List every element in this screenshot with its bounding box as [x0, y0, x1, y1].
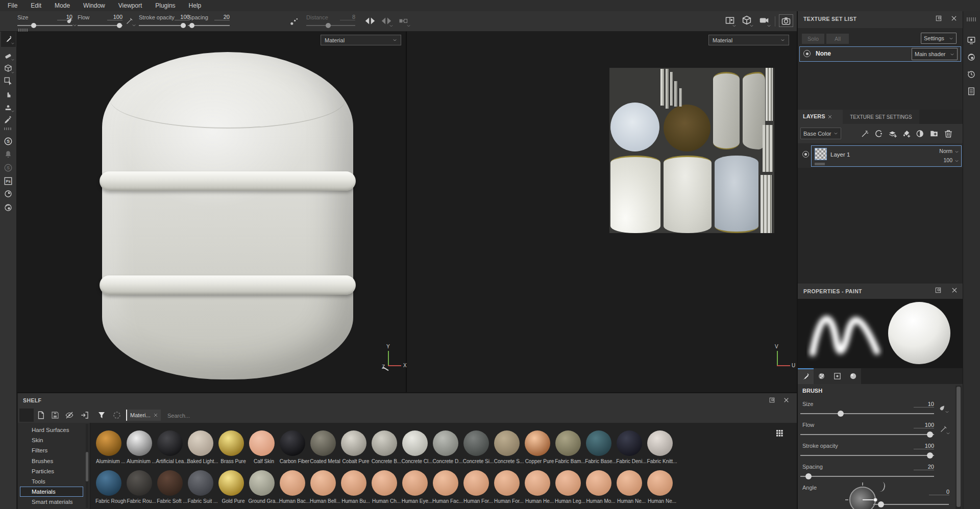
menu-edit[interactable]: Edit [24, 0, 48, 11]
material-swatch-concrete-b-r1[interactable]: Concrete B... [372, 428, 401, 468]
material-swatch-human-ne-r2[interactable]: Human Ne... [647, 468, 677, 507]
layer-blend-mode[interactable]: Norm [927, 148, 952, 154]
history-button[interactable] [967, 70, 976, 79]
chevron-down[interactable] [11, 70, 15, 74]
prop-slider-value-flow[interactable]: 100 [914, 422, 934, 428]
blend-mode-chevron[interactable] [954, 149, 959, 154]
substance-source-button[interactable]: S [4, 137, 13, 146]
add-folder-button[interactable] [929, 129, 939, 138]
slider-track[interactable] [306, 25, 355, 26]
lazy-mouse-toggle[interactable] [289, 17, 299, 27]
tab-layers-close-button[interactable] [827, 114, 833, 120]
material-swatch-human-for-r2[interactable]: Human For... [463, 468, 493, 507]
tab-stencil[interactable] [829, 368, 845, 384]
chevron-down[interactable] [72, 23, 77, 28]
add-smart-material-button[interactable] [874, 129, 884, 138]
material-swatch-brass-pure-r1[interactable]: Brass Pure [218, 428, 248, 468]
renderer-button[interactable] [4, 189, 13, 198]
shelf-category-filters[interactable]: Filters [32, 447, 47, 453]
slider-track[interactable] [78, 25, 122, 26]
filter-button[interactable] [97, 411, 106, 420]
add-fill-layer-button[interactable] [902, 129, 911, 138]
material-swatch-carbon-fiber-r1[interactable]: Carbon Fiber [280, 428, 309, 468]
material-swatch-fabric-base-r1[interactable]: Fabric Base... [586, 428, 616, 468]
opacity-chevron[interactable] [954, 158, 959, 163]
texture-set-list-close-button[interactable] [950, 15, 958, 22]
prop-slider-track-stroke-opacity[interactable] [800, 455, 934, 456]
filter-chip-close-icon[interactable] [153, 413, 158, 418]
angle-value[interactable]: 0 [929, 489, 949, 495]
prop-slider-value-stroke-opacity[interactable]: 100 [914, 443, 934, 449]
substance-share-button[interactable]: S [4, 163, 13, 172]
properties-popout-button[interactable] [935, 287, 942, 294]
chevron-down[interactable] [767, 23, 771, 28]
material-swatch-human-bell-r2[interactable]: Human Bell... [310, 468, 340, 507]
chevron-down[interactable] [11, 41, 15, 45]
dock-grip[interactable] [967, 17, 976, 21]
material-swatch-human-ch-r2[interactable]: Human Ch... [372, 468, 401, 507]
search-input[interactable] [166, 411, 240, 421]
tab-alpha[interactable] [814, 368, 829, 384]
material-swatch-fabric-deni-r1[interactable]: Fabric Deni... [617, 428, 646, 468]
chevron-down[interactable] [389, 23, 394, 28]
photoshop-button[interactable]: Ps [4, 176, 13, 186]
material-swatch-artificial-lea-r1[interactable]: Artificial Lea... [157, 428, 187, 468]
prop-slider-track-flow[interactable] [800, 434, 934, 435]
shader-settings-button[interactable] [967, 53, 976, 62]
material-swatch-gold-pure-r2[interactable]: Gold Pure [218, 468, 248, 507]
material-swatch-ground-gra-r2[interactable]: Ground Gra... [249, 468, 279, 507]
tab-material[interactable] [845, 368, 861, 384]
hidden-resources-button[interactable] [65, 411, 74, 420]
material-swatch-calf-skin-r1[interactable]: Calf Skin [249, 428, 279, 468]
add-layer-button[interactable] [888, 129, 897, 138]
material-swatch-copper-pure-r1[interactable]: Copper Pure [525, 428, 554, 468]
material-swatch-human-ne-r2[interactable]: Human Ne... [617, 468, 646, 507]
delete-layer-button[interactable] [944, 129, 953, 138]
polygon-fill-tool-button[interactable] [4, 77, 13, 86]
notifications-button[interactable] [4, 150, 13, 159]
shelf-popout-button[interactable] [768, 396, 775, 403]
prop-slider-track-size[interactable] [800, 413, 934, 414]
material-swatch-fabric-knitt-r1[interactable]: Fabric Knitt... [647, 428, 677, 468]
properties-scrollbar-thumb[interactable] [957, 387, 961, 507]
slider-track[interactable] [139, 25, 186, 26]
shelf-close-button[interactable] [782, 396, 790, 403]
material-swatch-baked-light-r1[interactable]: Baked Light... [188, 428, 217, 468]
prop-slider-track-spacing[interactable] [800, 476, 934, 477]
solo-button[interactable]: Solo [802, 34, 824, 44]
material-swatch-aluminium-r1[interactable]: Aluminium ... [127, 428, 156, 468]
material-swatch-fabric-bam-r1[interactable]: Fabric Bam... [555, 428, 585, 468]
category-scrollbar-thumb[interactable] [86, 452, 88, 481]
tab-brush[interactable] [798, 368, 814, 384]
texture-set-visibility-toggle[interactable] [803, 50, 811, 57]
export-resources-button[interactable] [80, 411, 89, 420]
material-swatch-concrete-d-r1[interactable]: Concrete D... [433, 428, 462, 468]
layer-visibility-toggle[interactable] [802, 151, 809, 158]
material-swatch-fabric-soft-r2[interactable]: Fabric Soft ... [157, 468, 187, 507]
layer-thumbnail[interactable] [815, 148, 827, 160]
material-swatch-human-eye-r2[interactable]: Human Eye... [402, 468, 432, 507]
material-picker-tool-button[interactable] [4, 115, 13, 124]
chevron-down[interactable] [732, 23, 737, 28]
all-button[interactable]: All [826, 34, 849, 44]
angle-dial[interactable] [849, 487, 876, 509]
layer-opacity[interactable]: 100 [927, 157, 952, 163]
material-swatch-cobalt-pure-r1[interactable]: Cobalt Pure [341, 428, 371, 468]
material-swatch-human-bu-r2[interactable]: Human Bu... [341, 468, 371, 507]
menu-file[interactable]: File [1, 0, 24, 11]
material-swatch-aluminium-r1[interactable]: Aluminium ... [96, 428, 126, 468]
chevron-down[interactable] [11, 109, 15, 113]
material-swatch-concrete-si-r1[interactable]: Concrete Si... [463, 428, 493, 468]
slider-track[interactable] [17, 25, 72, 26]
import-resources-button[interactable] [51, 411, 60, 420]
chevron-down[interactable] [945, 410, 949, 414]
mirror-symmetry-button[interactable] [364, 15, 376, 27]
material-swatch-fabric-suit-r2[interactable]: Fabric Suit ... [188, 468, 217, 507]
shelf-category-smart-materials[interactable]: Smart materials [32, 499, 73, 505]
material-swatch-human-he-r2[interactable]: Human He... [525, 468, 554, 507]
material-swatch-concrete-cl-r1[interactable]: Concrete Cl... [402, 428, 432, 468]
display-settings-button[interactable] [967, 36, 976, 45]
add-mask-button[interactable] [916, 129, 925, 138]
settings-dropdown[interactable]: Settings [921, 33, 957, 44]
smudge-tool-button[interactable] [4, 89, 13, 98]
